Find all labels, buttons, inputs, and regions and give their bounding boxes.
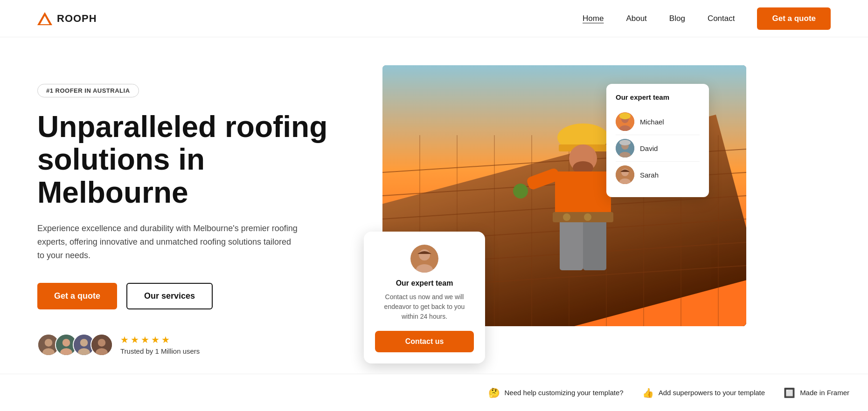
star-1: ★ xyxy=(120,334,129,345)
star-3: ★ xyxy=(141,334,149,345)
team-member-michael: Michael xyxy=(616,109,700,135)
superpowers-icon: 👍 xyxy=(642,387,654,398)
hero-badge: #1 ROOFER IN AUSTRALIA xyxy=(37,84,139,97)
framer-icon: 🔲 xyxy=(784,387,795,398)
member-name-sarah: Sarah xyxy=(640,171,659,179)
nav-cta-button[interactable]: Get a quote xyxy=(757,7,831,30)
contact-card-desc: Contact us now and we will endeavor to g… xyxy=(375,292,474,322)
helper-item-1[interactable]: 🤔 Need help customizing your template? xyxy=(488,387,624,398)
nav-link-blog[interactable]: Blog xyxy=(669,14,685,23)
brand-name: ROOPH xyxy=(57,13,97,25)
avatars-group xyxy=(37,334,113,356)
hero-title: Unparalleled roofing solutions in Melbou… xyxy=(37,110,364,209)
svg-point-6 xyxy=(62,339,70,347)
star-4: ★ xyxy=(151,334,160,345)
nav-item-contact[interactable]: Contact xyxy=(708,14,735,23)
hero-right: Our expert team Michael xyxy=(364,65,831,391)
hero-left: #1 ROOFER IN AUSTRALIA Unparalleled roof… xyxy=(37,65,364,356)
contact-card: Our expert team Contact us now and we wi… xyxy=(364,232,485,363)
hero-buttons: Get a quote Our services xyxy=(37,283,364,309)
svg-point-9 xyxy=(80,339,88,347)
helper-text-1: Need help customizing your template? xyxy=(505,389,624,397)
nav-item-home[interactable]: Home xyxy=(583,14,604,23)
nav-item-about[interactable]: About xyxy=(626,14,646,23)
hero-cta-primary[interactable]: Get a quote xyxy=(37,283,117,309)
expert-card-float: Our expert team Michael xyxy=(606,84,709,197)
member-name-michael: Michael xyxy=(640,118,664,126)
navbar: ROOPH Home About Blog Contact Get a quot… xyxy=(0,0,868,37)
helper-item-2[interactable]: 👍 Add superpowers to your template xyxy=(642,387,765,398)
logo-icon xyxy=(37,12,52,25)
helper-text-3: Made in Framer xyxy=(800,389,849,397)
hero-description: Experience excellence and durability wit… xyxy=(37,222,299,262)
expert-card-title: Our expert team xyxy=(616,93,700,101)
star-rating: ★ ★ ★ ★ ★ xyxy=(120,334,200,345)
contact-card-title: Our expert team xyxy=(375,279,474,288)
member-name-david: David xyxy=(640,144,658,152)
helper-bar: 🤔 Need help customizing your template? 👍… xyxy=(0,374,868,411)
brand-logo[interactable]: ROOPH xyxy=(37,12,97,25)
nav-link-home[interactable]: Home xyxy=(583,14,604,23)
hero-section: #1 ROOFER IN AUSTRALIA Unparalleled roof… xyxy=(0,37,868,411)
trust-text: Trusted by 1 Million users xyxy=(120,347,200,355)
hero-cta-secondary[interactable]: Our services xyxy=(126,283,213,309)
stars-trust: ★ ★ ★ ★ ★ Trusted by 1 Million users xyxy=(120,334,200,355)
nav-item-blog[interactable]: Blog xyxy=(669,14,685,23)
svg-point-48 xyxy=(619,113,631,119)
team-member-david: David xyxy=(616,135,700,162)
contact-card-button[interactable]: Contact us xyxy=(375,331,474,352)
member-avatar-david xyxy=(616,139,634,158)
contact-card-avatar xyxy=(410,245,438,273)
helper-item-3[interactable]: 🔲 Made in Framer xyxy=(784,387,849,398)
svg-point-52 xyxy=(619,140,631,145)
helper-text-2: Add superpowers to your template xyxy=(659,389,765,397)
member-avatar-michael xyxy=(616,112,634,131)
star-5: ★ xyxy=(161,334,170,345)
nav-links: Home About Blog Contact xyxy=(583,14,735,23)
nav-link-contact[interactable]: Contact xyxy=(708,14,735,23)
social-proof: ★ ★ ★ ★ ★ Trusted by 1 Million users xyxy=(37,334,364,356)
svg-point-57 xyxy=(419,249,430,260)
help-icon: 🤔 xyxy=(488,387,500,398)
nav-link-about[interactable]: About xyxy=(626,14,646,23)
avatar-4 xyxy=(90,334,113,356)
member-avatar-sarah xyxy=(616,165,634,184)
star-2: ★ xyxy=(131,334,139,345)
team-member-sarah: Sarah xyxy=(616,162,700,188)
svg-point-12 xyxy=(98,339,106,347)
nav-right: Home About Blog Contact Get a quote xyxy=(583,7,831,30)
svg-point-3 xyxy=(45,339,53,347)
